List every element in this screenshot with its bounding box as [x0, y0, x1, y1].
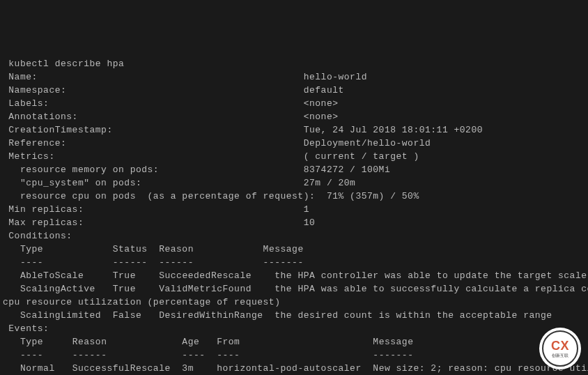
field-minrep-label: Min replicas: [3, 204, 84, 215]
field-labels-value: <none> [304, 98, 339, 109]
field-name-value: hello-world [304, 72, 367, 82]
field-annotations-value: <none> [304, 112, 339, 122]
evt-sep-from: ---- [217, 350, 240, 360]
command-line: kubectl describe hpa [3, 59, 124, 69]
evt-sep-reason: ------ [72, 350, 107, 360]
evt-row1-from: horizontal-pod-autoscaler [217, 363, 362, 374]
metric3-value: 71% (357m) / 50% [327, 191, 419, 201]
field-creation-label: CreationTimestamp: [3, 125, 113, 135]
evt-col-from: From [217, 337, 240, 347]
field-minrep-value: 1 [304, 204, 309, 215]
cond-row1-status: True [113, 270, 136, 281]
cond-col-reason: Reason [159, 244, 194, 254]
evt-sep-type: ---- [3, 350, 43, 360]
cond-col-type: Type [3, 244, 43, 254]
conditions-header: Conditions: [3, 231, 72, 241]
logo-text-sub: 创新互联 [552, 353, 568, 358]
field-annotations-label: Annotations: [3, 112, 78, 122]
cond-row1-message: the HPA controller was able to update th… [274, 270, 588, 281]
field-namespace-label: Namespace: [3, 85, 66, 95]
cond-row2-message2: cpu resource utilization (percentage of … [3, 297, 280, 307]
field-name-label: Name: [3, 72, 38, 82]
cond-col-status: Status [113, 244, 148, 254]
evt-col-age: Age [182, 337, 199, 347]
cond-row2-message: the HPA was able to successfully calcula… [274, 284, 588, 294]
evt-row1-type: Normal [3, 363, 55, 374]
terminal-output: kubectl describe hpa Name: hello-world N… [0, 53, 588, 375]
field-reference-value: Deployment/hello-world [304, 138, 431, 148]
field-maxrep-value: 10 [304, 217, 316, 228]
field-labels-label: Labels: [3, 98, 49, 109]
metric2-value: 27m / 20m [304, 178, 356, 188]
metric1-value: 8374272 / 100Mi [304, 164, 391, 175]
metric3-label: resource cpu on pods (as a percentage of… [3, 191, 315, 201]
cond-sep-type: ---- [3, 257, 43, 268]
field-metrics-value: ( current / target ) [304, 151, 419, 162]
cond-row3-status: False [113, 310, 142, 321]
cond-sep-reason: ------ [159, 257, 194, 268]
events-header: Events: [3, 323, 49, 334]
evt-col-message: Message [373, 337, 413, 347]
field-metrics-label: Metrics: [3, 151, 55, 162]
cond-row3-message: the desired count is within the acceptab… [274, 310, 552, 321]
evt-col-reason: Reason [72, 337, 107, 347]
cond-row3-type: ScalingLimited [3, 310, 101, 321]
cond-row2-reason: ValidMetricFound [159, 284, 252, 294]
field-creation-value: Tue, 24 Jul 2018 18:01:11 +0200 [304, 125, 483, 135]
cond-row1-reason: SucceededRescale [159, 270, 252, 281]
evt-sep-age: ---- [182, 350, 205, 360]
cond-row1-type: AbleToScale [3, 270, 84, 281]
cond-row2-type: ScalingActive [3, 284, 95, 294]
field-namespace-value: default [304, 85, 344, 95]
metric2-label: "cpu_system" on pods: [3, 178, 141, 188]
cond-sep-message: ------- [263, 257, 304, 268]
evt-row1-reason: SuccessfulRescale [72, 363, 171, 374]
evt-sep-message: ------- [373, 350, 413, 360]
metric1-label: resource memory on pods: [3, 164, 159, 175]
logo-inner: CX 创新互联 [542, 330, 578, 367]
cond-sep-status: ------ [113, 257, 148, 268]
cond-row3-reason: DesiredWithinRange [159, 310, 263, 321]
logo-text-main: CX [551, 339, 569, 352]
field-maxrep-label: Max replicas: [3, 217, 84, 228]
evt-row1-age: 3m [182, 363, 194, 374]
evt-col-type: Type [3, 337, 43, 347]
cond-col-message: Message [263, 244, 304, 254]
cond-row2-status: True [113, 284, 136, 294]
watermark-logo: CX 创新互联 [539, 328, 581, 369]
field-reference-label: Reference: [3, 138, 66, 148]
